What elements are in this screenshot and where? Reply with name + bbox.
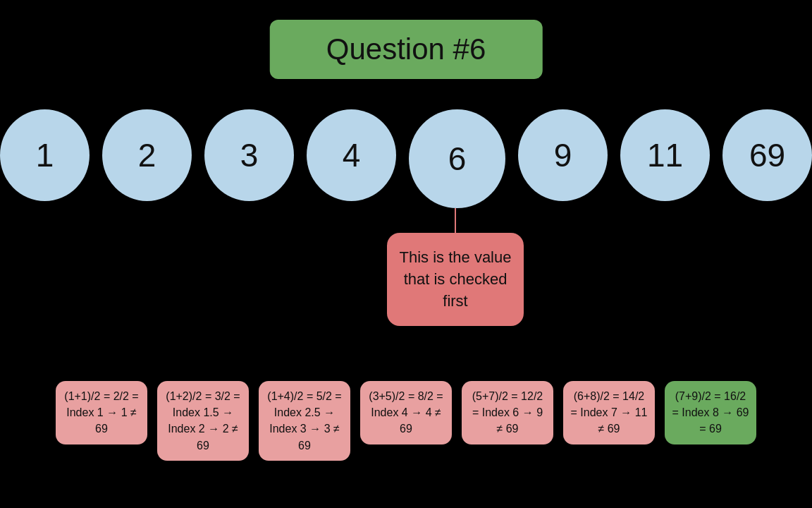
card-2: (1+2)/2 = 3/2 = Index 1.5 → Index 2 → 2 … (157, 381, 249, 461)
circles-row: 1 2 3 4 6 9 11 69 (0, 109, 812, 208)
card-4: (3+5)/2 = 8/2 = Index 4 → 4 ≠ 69 (360, 381, 452, 445)
circle-3: 3 (204, 109, 294, 201)
circle-2: 2 (102, 109, 192, 201)
circle-9: 9 (518, 109, 608, 201)
circle-6: 6 (409, 109, 505, 208)
card-6: (6+8)/2 = 14/2 = Index 7 → 11 ≠ 69 (563, 381, 655, 445)
card-5: (5+7)/2 = 12/2 = Index 6 → 9 ≠ 69 (462, 381, 553, 445)
circle-4: 4 (307, 109, 396, 201)
annotation-box: This is the value that is checked first (387, 233, 524, 326)
circle-11: 11 (620, 109, 710, 201)
cards-row: (1+1)/2 = 2/2 = Index 1 → 1 ≠ 69 (1+2)/2… (0, 381, 812, 461)
circle-1: 1 (0, 109, 90, 201)
card-7: (7+9)/2 = 16/2 = Index 8 → 69 = 69 (665, 381, 756, 445)
title-box: Question #6 (270, 20, 543, 79)
circle-69: 69 (722, 109, 812, 201)
connector-line (455, 208, 456, 235)
page-title: Question #6 (326, 32, 486, 66)
card-3: (1+4)/2 = 5/2 = Index 2.5 → Index 3 → 3 … (259, 381, 350, 461)
card-1: (1+1)/2 = 2/2 = Index 1 → 1 ≠ 69 (56, 381, 147, 445)
